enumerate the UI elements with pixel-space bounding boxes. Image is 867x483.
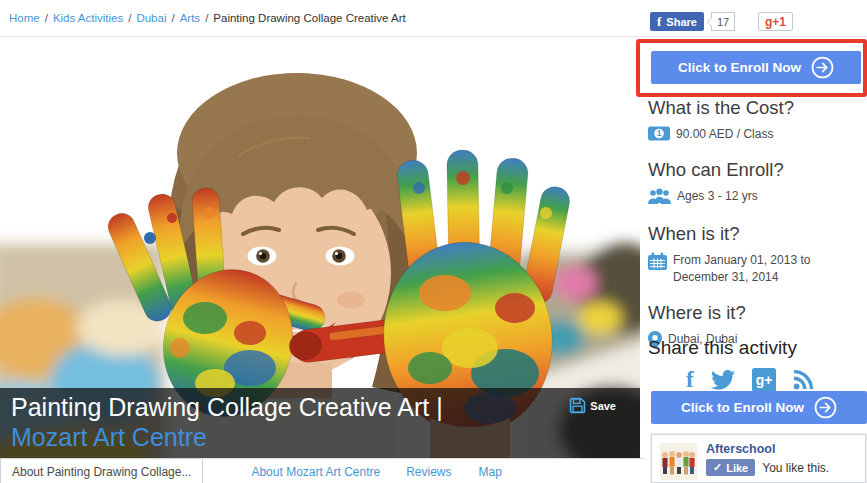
breadcrumb-home[interactable]: Home [9,12,40,24]
facebook-page-name-link[interactable]: Afterschool [706,442,775,456]
enroll-ages-section: Who can Enroll? Ages 3 - 12 yrs [648,159,867,207]
share-facebook-icon[interactable]: f [686,370,694,390]
content-tabs: About Painting Drawing Collage... About … [0,458,645,483]
dates-value: From January 01, 2013 to December 31, 20… [673,253,810,284]
share-googleplus-icon[interactable]: g+ [752,368,776,392]
breadcrumb-separator: / [171,12,174,24]
breadcrumb-separator: / [45,12,48,24]
provider-title-link[interactable]: Mozart Art Centre [11,422,640,452]
share-activity-block: Share this activity f g+ [648,337,867,392]
enroll-button-bottom[interactable]: Click to Enroll Now [651,391,867,424]
share-twitter-icon[interactable] [711,370,735,390]
facebook-like-box: Afterschool ✓ Like You like this. [651,434,866,483]
activity-detail-page: Home / Kids Activities / Dubai / Arts / … [0,0,867,483]
google-plus-one-button[interactable]: g+1 [758,12,793,31]
breadcrumb-separator: / [205,12,208,24]
breadcrumb-current-page: Painting Drawing Collage Creative Art [213,12,405,24]
facebook-share-widget: f Share 17 [650,12,735,31]
arrow-right-circle-icon [814,396,837,419]
activity-title: Painting Drawing Collage Creative Art | [11,392,640,422]
breadcrumb-kids-activities[interactable]: Kids Activities [53,12,123,24]
cost-value: 90.00 AED / Class [676,127,773,141]
tab-about-activity[interactable]: About Painting Drawing Collage... [0,458,203,483]
people-icon [648,188,671,205]
like-status-text: You like this. [762,461,829,475]
facebook-share-label: Share [666,16,697,28]
ages-value: Ages 3 - 12 yrs [677,189,758,203]
tab-reviews[interactable]: Reviews [406,459,451,483]
facebook-share-button[interactable]: f Share [650,12,704,31]
check-icon: ✓ [713,461,722,474]
tab-about-provider[interactable]: About Mozart Art Centre [251,459,380,483]
breadcrumb-arts[interactable]: Arts [180,12,200,24]
facebook-like-button[interactable]: ✓ Like [706,459,755,476]
dates-section: When is it? From January 01, 2013 to Dec… [648,223,867,286]
enroll-button-label: Click to Enroll Now [681,400,804,415]
floppy-save-icon [569,397,586,414]
svg-text:1: 1 [657,128,662,138]
save-label: Save [590,400,616,412]
hero-title-overlay: Painting Drawing Collage Creative Art | … [0,388,640,458]
svg-text:g+: g+ [755,372,772,388]
facebook-share-count: 17 [711,12,735,31]
location-heading: Where is it? [648,302,867,324]
calendar-icon [648,252,667,270]
arrow-right-circle-icon [811,56,834,79]
share-rss-icon[interactable] [793,370,814,390]
activity-info-sidebar: What is the Cost? 1 90.00 AED / Class Wh… [648,97,867,367]
cost-section: What is the Cost? 1 90.00 AED / Class [648,97,867,143]
breadcrumb-separator: / [128,12,131,24]
enroll-button-label: Click to Enroll Now [678,60,801,75]
breadcrumb: Home / Kids Activities / Dubai / Arts / … [0,0,867,37]
save-button[interactable]: Save [569,397,616,414]
cost-heading: What is the Cost? [648,97,867,119]
facebook-page-avatar[interactable] [660,443,697,480]
share-heading: Share this activity [648,337,867,359]
facebook-icon: f [657,14,661,30]
hero-photo: Painting Drawing Collage Creative Art | … [0,38,640,458]
like-label: Like [726,462,748,474]
dates-heading: When is it? [648,223,867,245]
breadcrumb-dubai[interactable]: Dubai [136,12,166,24]
enroll-ages-heading: Who can Enroll? [648,159,867,181]
enroll-button-top[interactable]: Click to Enroll Now [651,51,861,84]
tab-map[interactable]: Map [479,459,502,483]
money-icon: 1 [648,126,670,141]
